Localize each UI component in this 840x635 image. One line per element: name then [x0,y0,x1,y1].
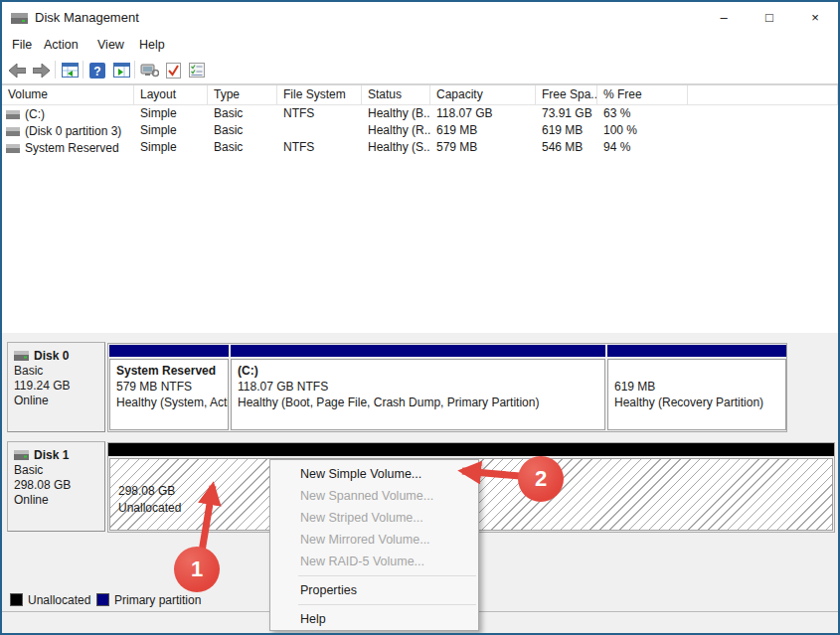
table-row[interactable]: (Disk 0 partition 3) Simple Basic Health… [2,122,838,139]
disk0-panel[interactable]: Disk 0 Basic 119.24 GB Online [7,342,105,432]
maximize-button[interactable]: □ [747,2,792,33]
table-row[interactable]: (C:) Simple Basic NTFS Healthy (B... 118… [2,105,838,122]
col-freespace[interactable]: Free Spa... [536,85,597,104]
primary-partition-bar [607,345,786,357]
back-icon [9,64,26,78]
col-status[interactable]: Status [362,85,430,104]
window-title: Disk Management [35,10,139,25]
menu-separator [298,575,476,576]
toolbar: ? [2,56,838,84]
disk-icon [14,450,29,460]
step-1-badge: 1 [174,547,220,592]
menu-help[interactable]: Help [270,608,478,630]
legend-primary-label: Primary partition [114,593,201,607]
primary-partition-swatch [96,593,109,606]
col-volume[interactable]: Volume [2,85,134,104]
help-button[interactable]: ? [86,60,108,80]
legend-unallocated-label: Unallocated [28,593,90,607]
volume-icon [6,127,20,136]
menu-action[interactable]: Action [38,36,84,54]
disk1-status: Online [14,493,104,508]
menu-view[interactable]: View [91,36,130,54]
action-pane-button[interactable] [110,60,132,80]
checklist-icon [189,63,205,78]
col-type[interactable]: Type [208,85,277,104]
title-bar: Disk Management – □ × [2,2,838,33]
col-capacity[interactable]: Capacity [430,85,536,104]
disk0-type: Basic [14,364,104,379]
close-button[interactable]: × [792,2,838,33]
help-icon: ? [89,63,105,79]
forward-button[interactable] [30,60,52,80]
disk0-name: Disk 0 [34,349,69,363]
menu-properties[interactable]: Properties [270,579,478,601]
disk-management-window: Disk Management – □ × File Action View H… [0,0,840,635]
col-layout[interactable]: Layout [134,85,208,104]
back-button[interactable] [6,60,28,80]
unallocated-size: 298.08 GB [118,483,179,500]
disk1-panel[interactable]: Disk 1 Basic 298.08 GB Online [7,441,105,532]
volume-list-header: Volume Layout Type File System Status Ca… [2,85,838,105]
app-drive-icon [11,10,28,25]
menu-file[interactable]: File [6,36,38,54]
step-2-badge: 2 [518,456,564,502]
toolbar-separator [83,61,84,79]
console-tree-icon [62,63,79,78]
disk0-status: Online [14,394,104,408]
menu-help[interactable]: Help [133,36,171,54]
unallocated-swatch [10,593,23,606]
console-tree-button[interactable] [59,60,81,80]
menu-new-striped-volume: New Striped Volume... [270,507,478,529]
menu-new-simple-volume[interactable]: New Simple Volume... [270,463,478,485]
toolbar-separator [134,61,135,79]
checkmark-icon [166,63,181,79]
action-pane-icon [113,63,130,78]
svg-text:?: ? [93,64,100,78]
partition-c-drive[interactable]: (C:) 118.07 GB NTFS Healthy (Boot, Page … [231,345,605,430]
disk-icon [14,351,29,361]
primary-partition-bar [109,345,229,357]
monitor-icon [140,64,159,78]
volume-icon [6,144,20,153]
primary-partition-bar [231,345,605,357]
col-filler [688,85,838,104]
disk0-strip: System Reserved 579 MB NTFS Healthy (Sys… [107,343,787,432]
disk1-name: Disk 1 [34,448,69,462]
table-row[interactable]: System Reserved Simple Basic NTFS Health… [2,139,838,156]
checklist-button[interactable] [186,60,208,80]
minimize-button[interactable]: – [701,2,747,33]
volume-icon [6,110,20,119]
menu-bar: File Action View Help [2,33,838,56]
disk1-type: Basic [14,463,104,478]
volume-list: Volume Layout Type File System Status Ca… [2,84,838,333]
menu-new-mirrored-volume: New Mirrored Volume... [270,529,478,551]
monitor-button[interactable] [138,60,160,80]
partition-recovery[interactable]: 619 MB Healthy (Recovery Partition) [607,345,786,430]
col-pctfree[interactable]: % Free [597,85,688,104]
context-menu: New Simple Volume... New Spanned Volume.… [269,459,479,631]
menu-separator [298,604,476,605]
menu-new-raid5-volume: New RAID-5 Volume... [270,551,478,572]
checkmark-button[interactable] [162,60,184,80]
forward-icon [33,64,50,78]
toolbar-separator [55,61,56,79]
unallocated-bar [108,443,834,456]
menu-new-spanned-volume: New Spanned Volume... [270,485,478,507]
disk1-size: 298.08 GB [14,478,104,493]
disk0-size: 119.24 GB [14,379,104,394]
col-filesystem[interactable]: File System [277,85,362,104]
partition-system-reserved[interactable]: System Reserved 579 MB NTFS Healthy (Sys… [109,345,229,430]
unallocated-label: Unallocated [118,500,185,517]
